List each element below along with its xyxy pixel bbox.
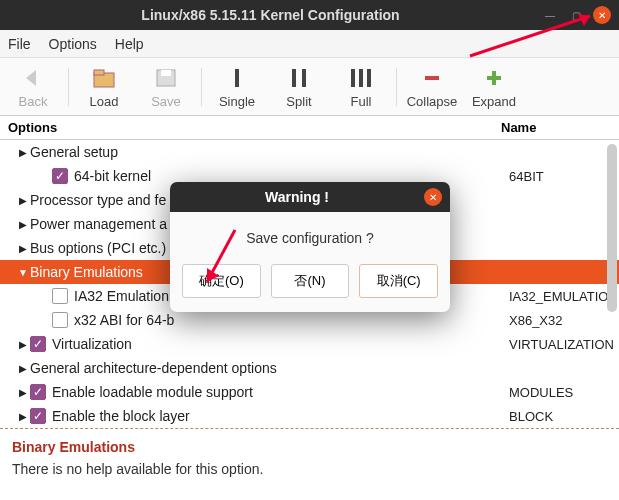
tree-label: Enable loadable module support	[52, 384, 509, 400]
svg-rect-10	[425, 76, 439, 80]
split-icon	[288, 64, 310, 92]
col-name[interactable]: Name	[501, 120, 611, 135]
checkbox[interactable]: ✓	[30, 408, 46, 424]
tree-row[interactable]: ▶General setup	[0, 140, 619, 164]
tree-label: Virtualization	[52, 336, 509, 352]
scrollbar[interactable]	[607, 144, 617, 424]
tree-name: X86_X32	[509, 313, 619, 328]
save-button[interactable]: Save	[135, 64, 197, 109]
tree-row[interactable]: ▶✓Enable the block layerBLOCK	[0, 404, 619, 428]
collapse-button[interactable]: Collapse	[401, 64, 463, 109]
checkbox[interactable]: ✓	[30, 336, 46, 352]
dialog-no-button[interactable]: 否(N)	[271, 264, 350, 298]
tree-label: Enable the block layer	[52, 408, 509, 424]
window-title: Linux/x86 5.15.11 Kernel Configuration	[8, 7, 533, 23]
minimize-icon[interactable]: —	[541, 6, 559, 24]
single-icon	[227, 64, 247, 92]
checkbox[interactable]	[52, 312, 68, 328]
checkbox[interactable]: ✓	[52, 168, 68, 184]
window-titlebar: Linux/x86 5.15.11 Kernel Configuration —…	[0, 0, 619, 30]
expand-arrow-icon[interactable]: ▶	[16, 195, 30, 206]
tree-name: IA32_EMULATIO	[509, 289, 619, 304]
expand-arrow-icon[interactable]: ▶	[16, 219, 30, 230]
load-button[interactable]: Load	[73, 64, 135, 109]
svg-rect-12	[487, 76, 501, 80]
tree-name: 64BIT	[509, 169, 619, 184]
checkbox[interactable]: ✓	[30, 384, 46, 400]
svg-rect-4	[235, 69, 239, 87]
tree-name: MODULES	[509, 385, 619, 400]
tree-label: General architecture-dependent options	[30, 360, 509, 376]
tree-label: General setup	[30, 144, 509, 160]
help-body: There is no help available for this opti…	[12, 461, 607, 477]
expand-arrow-icon[interactable]: ▼	[16, 267, 30, 278]
help-panel: Binary Emulations There is no help avail…	[0, 428, 619, 500]
back-icon	[22, 64, 44, 92]
save-icon	[154, 64, 178, 92]
menubar: File Options Help	[0, 30, 619, 58]
svg-rect-3	[161, 70, 171, 76]
help-title: Binary Emulations	[12, 439, 607, 455]
svg-rect-9	[367, 69, 371, 87]
expand-arrow-icon[interactable]: ▶	[16, 411, 30, 422]
dialog-cancel-button[interactable]: 取消(C)	[359, 264, 438, 298]
expand-arrow-icon[interactable]: ▶	[16, 387, 30, 398]
close-icon[interactable]: ✕	[593, 6, 611, 24]
single-button[interactable]: Single	[206, 64, 268, 109]
expand-arrow-icon[interactable]: ▶	[16, 339, 30, 350]
full-icon	[349, 64, 373, 92]
expand-arrow-icon[interactable]: ▶	[16, 147, 30, 158]
tree-name: VIRTUALIZATION	[509, 337, 619, 352]
tree-name: BLOCK	[509, 409, 619, 424]
tree-row[interactable]: ▶General architecture-dependent options	[0, 356, 619, 380]
menu-options[interactable]: Options	[49, 36, 97, 52]
split-button[interactable]: Split	[268, 64, 330, 109]
dialog-titlebar[interactable]: Warning ! ✕	[170, 182, 450, 212]
dialog-title: Warning !	[170, 189, 424, 205]
dialog-ok-button[interactable]: 确定(O)	[182, 264, 261, 298]
svg-rect-7	[351, 69, 355, 87]
dialog-close-icon[interactable]: ✕	[424, 188, 442, 206]
tree-row[interactable]: ▶✓VirtualizationVIRTUALIZATION	[0, 332, 619, 356]
expand-arrow-icon[interactable]: ▶	[16, 363, 30, 374]
expand-button[interactable]: Expand	[463, 64, 525, 109]
tree-label: x32 ABI for 64-b	[74, 312, 509, 328]
col-options[interactable]: Options	[8, 120, 501, 135]
expand-icon	[483, 64, 505, 92]
back-button[interactable]: Back	[2, 64, 64, 109]
full-button[interactable]: Full	[330, 64, 392, 109]
maximize-icon[interactable]: ▢	[567, 6, 585, 24]
menu-file[interactable]: File	[8, 36, 31, 52]
svg-rect-8	[359, 69, 363, 87]
svg-rect-1	[94, 70, 104, 75]
collapse-icon	[421, 64, 443, 92]
dialog-message: Save configuration ?	[170, 212, 450, 264]
expand-arrow-icon[interactable]: ▶	[16, 243, 30, 254]
toolbar: Back Load Save Single Split Full Collaps…	[0, 58, 619, 116]
svg-rect-5	[292, 69, 296, 87]
menu-help[interactable]: Help	[115, 36, 144, 52]
warning-dialog: Warning ! ✕ Save configuration ? 确定(O) 否…	[170, 182, 450, 312]
load-icon	[92, 64, 116, 92]
checkbox[interactable]	[52, 288, 68, 304]
tree-row[interactable]: ▶✓Enable loadable module supportMODULES	[0, 380, 619, 404]
column-headers: Options Name	[0, 116, 619, 140]
svg-rect-6	[302, 69, 306, 87]
